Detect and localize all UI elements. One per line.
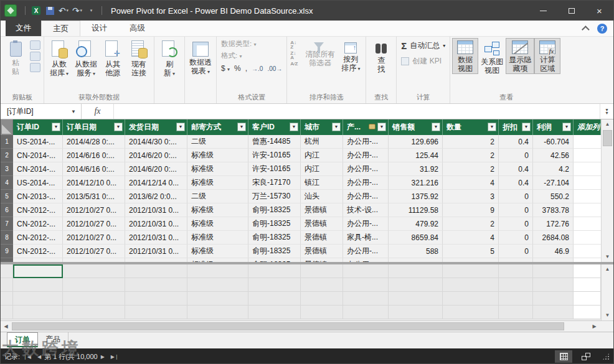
cell[interactable]: 0	[499, 231, 533, 245]
cell[interactable]: 2013/5/31 0:...	[63, 190, 125, 203]
cell[interactable]: 0	[499, 203, 533, 217]
undo-dropdown-icon[interactable]: ▾	[67, 8, 69, 13]
cell[interactable]: 4	[443, 176, 499, 190]
redo-button[interactable]: ↷▾	[70, 4, 84, 17]
calc-cell[interactable]	[533, 264, 574, 278]
data-type-dropdown[interactable]: 数据类型: ▾	[219, 38, 285, 50]
cell[interactable]: CN-2012-...	[13, 231, 63, 245]
calc-cell[interactable]	[1, 264, 13, 278]
filter-dropdown-icon[interactable]: ▼	[52, 123, 60, 131]
column-header[interactable]: 利润▼	[533, 119, 574, 135]
refresh-button[interactable]: 刷 新	[156, 38, 182, 79]
cell[interactable]: 2012/10/27 0...	[63, 203, 125, 217]
calc-cell[interactable]	[443, 306, 499, 319]
calc-cell[interactable]	[533, 292, 574, 306]
cell[interactable]: 0.4	[499, 162, 533, 176]
next-record-icon[interactable]: ▶	[101, 354, 105, 360]
calc-cell[interactable]	[301, 306, 343, 319]
paste-button[interactable]: 粘 贴	[2, 38, 29, 77]
first-record-icon[interactable]: ❘◀	[23, 354, 31, 360]
last-record-icon[interactable]: ▶❘	[111, 354, 119, 360]
cell[interactable]: 标准级	[187, 231, 248, 245]
tab-design[interactable]: 设计	[80, 21, 118, 36]
cell[interactable]: 办公用-...	[343, 190, 389, 203]
calc-cell[interactable]	[63, 264, 125, 278]
calc-cell[interactable]	[301, 292, 343, 306]
cell[interactable]: 2	[443, 217, 499, 231]
calc-cell[interactable]	[248, 292, 301, 306]
calc-cell[interactable]	[125, 264, 187, 278]
cell[interactable]: 内江	[301, 162, 343, 176]
formula-input[interactable]	[114, 104, 600, 119]
column-header[interactable]: 折扣▼	[499, 119, 533, 135]
statusbar-grid-view-button[interactable]	[555, 350, 572, 363]
cell[interactable]: 2014/6/16 0:...	[63, 149, 125, 162]
cell[interactable]: -27.104	[533, 176, 574, 190]
column-header[interactable]: 订单ID▼	[13, 119, 63, 135]
calc-cell[interactable]	[301, 264, 343, 278]
add-column-cell[interactable]	[574, 245, 601, 258]
cell[interactable]: 办公用-...	[343, 245, 389, 258]
cell[interactable]: 1375.92	[389, 190, 443, 203]
diagram-view-button[interactable]: 关系图 视图	[478, 38, 506, 75]
filter-dropdown-icon[interactable]: ▼	[237, 123, 246, 131]
cell[interactable]: 宋良-17170	[248, 176, 301, 190]
clear-all-filters-button[interactable]: 清除所有 筛选器	[303, 38, 338, 68]
cell[interactable]: 588	[389, 245, 443, 258]
add-column-cell[interactable]	[574, 149, 601, 162]
cell[interactable]: 3	[443, 190, 499, 203]
undo-button[interactable]: ↶▾	[57, 4, 70, 17]
minimize-button[interactable]	[529, 1, 557, 21]
filter-dropdown-icon[interactable]: ▼	[562, 123, 571, 131]
cell[interactable]: 2014/6/16 0:...	[63, 162, 125, 176]
maximize-button[interactable]	[557, 1, 585, 21]
cell[interactable]: 曾惠-14485	[248, 135, 301, 149]
cell[interactable]: US-2014-...	[13, 135, 63, 149]
cell[interactable]: 2014/12/14 0...	[125, 176, 187, 190]
row-number[interactable]: 2	[1, 149, 13, 162]
cell[interactable]: 129.696	[389, 135, 443, 149]
cell[interactable]: CN-2012-...	[13, 203, 63, 217]
cell[interactable]: 标准级	[187, 203, 248, 217]
cell[interactable]: 标准级	[187, 245, 248, 258]
cell[interactable]: 2012/10/31 0...	[125, 231, 187, 245]
add-column-cell[interactable]	[574, 203, 601, 217]
calc-vertical-scrollbar[interactable]: ▲ ▼	[601, 264, 613, 320]
decrease-decimal-button[interactable]: .00→	[267, 65, 282, 72]
calc-cell[interactable]	[533, 306, 574, 319]
calc-cell[interactable]	[343, 278, 389, 292]
cell[interactable]: 2012/10/27 0...	[63, 245, 125, 258]
add-column-cell[interactable]	[574, 162, 601, 176]
cell[interactable]: 0	[499, 149, 533, 162]
filter-dropdown-icon[interactable]: ▼	[432, 123, 440, 131]
cell[interactable]: 二级	[187, 135, 248, 149]
calc-cell[interactable]	[574, 292, 601, 306]
cell[interactable]: 0	[499, 217, 533, 231]
sort-by-column-button[interactable]: 按列 排序	[338, 38, 364, 74]
tab-home[interactable]: 主页	[41, 21, 80, 36]
cell[interactable]: 汕头	[301, 190, 343, 203]
currency-format-button[interactable]: $ ▾	[221, 64, 230, 73]
calc-cell[interactable]	[343, 264, 389, 278]
column-header[interactable]: 客户ID▼	[248, 119, 301, 135]
tab-file[interactable]: 文件	[6, 21, 41, 36]
cell[interactable]: 2013/6/2 0:0...	[125, 190, 187, 203]
cell[interactable]: 9	[443, 203, 499, 217]
scroll-down-icon[interactable]: ▼	[602, 310, 613, 320]
cell[interactable]: 俞明-18325	[248, 217, 301, 231]
add-column-cell[interactable]	[574, 135, 601, 149]
cell[interactable]: 标准级	[187, 176, 248, 190]
cell[interactable]: 2012/10/31 0...	[125, 203, 187, 217]
cell[interactable]: 标准级	[187, 162, 248, 176]
calc-cell[interactable]	[13, 292, 63, 306]
cell[interactable]: 46.9	[533, 245, 574, 258]
percent-format-button[interactable]: %	[234, 64, 241, 73]
grid-vscroll-thumb[interactable]	[603, 130, 612, 146]
cell[interactable]: 杭州	[301, 135, 343, 149]
calc-cell[interactable]	[248, 306, 301, 319]
cell[interactable]: 俞明-18325	[248, 245, 301, 258]
cell[interactable]: 2012/10/31 0...	[125, 217, 187, 231]
cell[interactable]: 内江	[301, 149, 343, 162]
paste-append-icon[interactable]	[30, 40, 40, 50]
cell[interactable]: 479.92	[389, 217, 443, 231]
